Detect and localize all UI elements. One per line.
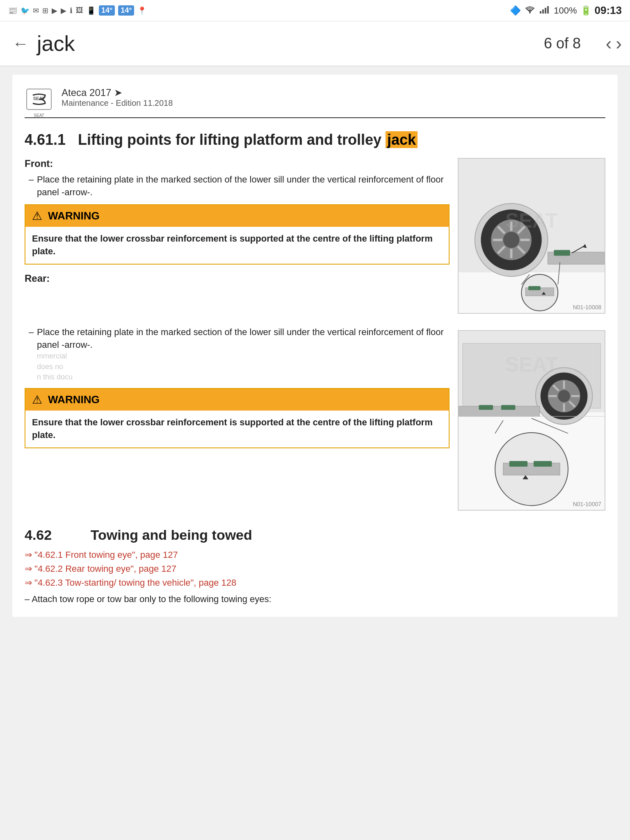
svg-text:SEAT: SEAT (505, 353, 558, 376)
front-warning-body: Ensure that the lower crossbar reinforce… (25, 227, 449, 264)
svg-point-0 (529, 12, 531, 14)
svg-rect-26 (528, 286, 541, 290)
front-content-left: Front: Place the retaining plate in the … (25, 158, 450, 314)
section-462-heading: 4.62 Towing and being towed (25, 527, 605, 543)
rear-bullet: Place the retaining plate in the marked … (37, 326, 450, 382)
svg-rect-21 (554, 250, 570, 256)
battery-icon: 🔋 (580, 5, 591, 16)
warning-triangle-icon: ⚠ (32, 209, 42, 223)
front-diagram: SEAT N01-10008 (458, 158, 605, 314)
seat-edition: Maintenance - Edition 11.2018 (62, 98, 173, 108)
signal-icon (539, 5, 550, 17)
svg-rect-43 (459, 406, 540, 416)
toc-link-2[interactable]: ⇒ "4.62.2 Rear towing eye", page 127 (25, 564, 605, 574)
phone-icon: 📱 (87, 6, 96, 15)
svg-rect-2 (542, 9, 544, 14)
front-label: Front: (25, 158, 450, 169)
seat-logo-label: SEAT (25, 113, 53, 118)
prev-arrow[interactable]: ‹ (606, 33, 612, 54)
battery-text: 100% (554, 5, 577, 16)
gmail-icon: ✉ (33, 6, 39, 15)
time-display: 09:13 (595, 4, 622, 17)
nav-arrows: ‹ › (606, 33, 622, 54)
page-title: jack (37, 31, 75, 56)
toc-link-1-text: ⇒ "4.62.1 Front towing eye", page 127 (25, 550, 178, 560)
svg-rect-4 (547, 6, 549, 14)
main-content: SEAT SEAT Ateca 2017 ➤ Maintenance - Edi… (12, 75, 618, 617)
rear-warning-title: WARNING (48, 393, 100, 406)
app-bar: ← jack 6 of 8 ‹ › (0, 21, 630, 66)
svg-text:SEAT: SEAT (505, 209, 558, 232)
rear-warning-header: ⚠ WARNING (25, 389, 449, 411)
svg-line-53 (495, 420, 503, 434)
next-arrow[interactable]: › (616, 33, 622, 54)
toc-link-2-text: ⇒ "4.62.2 Rear towing eye", page 127 (25, 564, 176, 574)
youtube-icon: ▶ (61, 6, 66, 15)
rear-content-left: Place the retaining plate in the marked … (25, 326, 450, 511)
image-ref-1: N01-10008 (573, 304, 601, 310)
section-461-heading: 4.61.1 Lifting points for lifting platfo… (25, 130, 605, 150)
rear-diagram-svg: SEAT (459, 331, 605, 510)
status-bar: 📰 🐦 ✉ ⊞ ▶ ▶ ℹ 🖼 📱 14° 14° 📍 🔷 100% 🔋 09:… (0, 0, 630, 21)
page-indicator: 6 of 8 (544, 35, 581, 52)
section-462-number: 4.62 (25, 527, 52, 543)
toc-link-1[interactable]: ⇒ "4.62.1 Front towing eye", page 127 (25, 550, 605, 560)
svg-rect-1 (540, 11, 541, 14)
rear-section-row: Place the retaining plate in the marked … (25, 326, 605, 511)
toc-link-3[interactable]: ⇒ "4.62.3 Tow-starting/ towing the vehic… (25, 578, 605, 588)
attach-note: – Attach tow rope or tow bar only to the… (25, 594, 605, 605)
front-diagram-container: SEAT N01-10008 (458, 158, 605, 314)
status-bar-left: 📰 🐦 ✉ ⊞ ▶ ▶ ℹ 🖼 📱 14° 14° 📍 (8, 5, 146, 16)
location-icon: 📍 (137, 6, 146, 15)
front-diagram-svg: SEAT (459, 159, 605, 313)
svg-rect-50 (509, 461, 528, 467)
back-button[interactable]: ← (12, 34, 29, 53)
play-icon: ▶ (52, 6, 57, 15)
svg-rect-51 (534, 461, 552, 467)
section-461-highlighted-word: jack (386, 131, 418, 148)
wifi-icon (524, 5, 536, 17)
warning-triangle-icon-2: ⚠ (32, 393, 42, 406)
front-warning-header: ⚠ WARNING (25, 205, 449, 227)
svg-point-36 (558, 390, 570, 402)
rear-warning-box: ⚠ WARNING Ensure that the lower crossbar… (25, 388, 450, 448)
section-462-tab (56, 527, 87, 543)
section-462: 4.62 Towing and being towed ⇒ "4.62.1 Fr… (25, 527, 605, 605)
seat-header: SEAT SEAT Ateca 2017 ➤ Maintenance - Edi… (25, 87, 605, 118)
sky-news-icon: 📰 (8, 6, 17, 15)
front-warning-title: WARNING (48, 210, 100, 222)
section-461-title-main: Lifting points for lifting platform and … (78, 131, 381, 148)
svg-rect-45 (501, 405, 516, 410)
image-ref-2: N01-10007 (573, 501, 601, 507)
twitter-icon: 🐦 (21, 6, 30, 15)
image-icon: 🖼 (76, 6, 83, 15)
rear-diagram-container: SEAT N01-10007 (458, 326, 605, 511)
svg-rect-3 (545, 8, 546, 14)
seat-logo: SEAT SEAT (25, 87, 53, 112)
rear-label: Rear: (25, 273, 450, 284)
foursquare-icon: ⊞ (42, 6, 48, 15)
seat-model: Ateca 2017 ➤ (62, 87, 173, 98)
rear-warning-body: Ensure that the lower crossbar reinforce… (25, 411, 449, 447)
front-bullet: Place the retaining plate in the marked … (37, 173, 450, 199)
svg-rect-44 (479, 405, 493, 410)
status-bar-right: 🔷 100% 🔋 09:13 (510, 4, 622, 17)
temp2-badge: 14° (118, 5, 134, 16)
rear-diagram: SEAT N01-10007 (458, 330, 605, 511)
front-section-row: Front: Place the retaining plate in the … (25, 158, 605, 314)
seat-doc-info: Ateca 2017 ➤ Maintenance - Edition 11.20… (62, 87, 173, 108)
toc-link-3-text: ⇒ "4.62.3 Tow-starting/ towing the vehic… (25, 578, 236, 588)
bluetooth-icon: 🔷 (510, 5, 521, 16)
section-461-number: 4.61.1 (25, 131, 66, 148)
section-462-title: Towing and being towed (91, 527, 252, 543)
front-warning-box: ⚠ WARNING Ensure that the lower crossbar… (25, 204, 450, 265)
temp1-badge: 14° (99, 5, 115, 16)
info-icon: ℹ (70, 6, 73, 15)
svg-point-11 (503, 232, 520, 248)
